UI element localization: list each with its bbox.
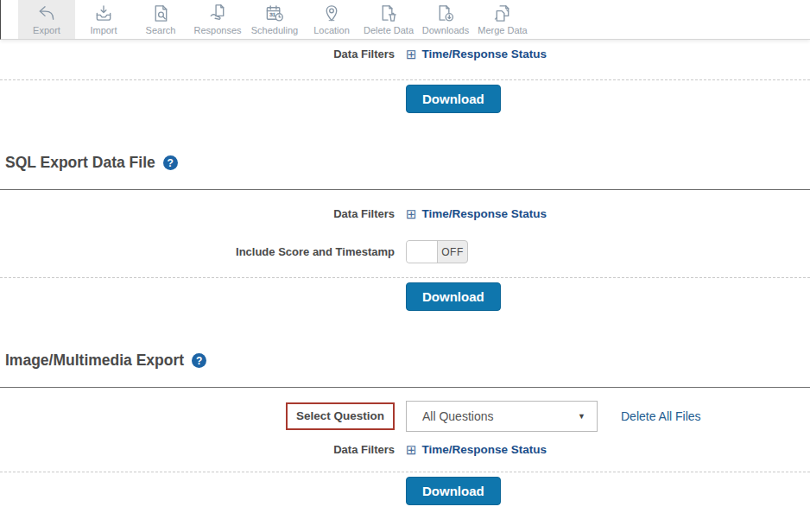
time-response-status-label: Time/Response Status (422, 48, 547, 60)
media-export-title: Image/Multimedia Export (5, 352, 184, 370)
export-icon (36, 3, 57, 23)
sql-export-heading: SQL Export Data File ? (5, 154, 810, 172)
time-response-status-link[interactable]: ⊞ Time/Response Status (406, 207, 547, 220)
toolbar-item-search[interactable]: Search (132, 0, 189, 39)
time-response-status-link[interactable]: ⊞ Time/Response Status (406, 48, 547, 60)
toolbar-item-location[interactable]: Location (303, 0, 360, 39)
select-question-label-highlighted: Select Question (286, 402, 395, 430)
toolbar-item-label: Location (313, 25, 350, 35)
toolbar-item-label: Scheduling (251, 25, 298, 35)
section-top-export: Data Filters ⊞ Time/Response Status Down… (0, 48, 810, 133)
media-export-body: Select Question All Questions ▼ Delete A… (0, 387, 810, 525)
toggle-state-label: OFF (438, 241, 467, 263)
toolbar-item-label: Import (90, 25, 117, 35)
download-button[interactable]: Download (406, 282, 501, 311)
help-icon[interactable]: ? (163, 155, 178, 170)
sql-export-title: SQL Export Data File (5, 154, 155, 172)
expand-icon: ⊞ (406, 207, 417, 220)
question-select-dropdown[interactable]: All Questions ▼ (406, 401, 598, 432)
toolbar-item-label: Delete Data (364, 25, 414, 35)
toolbar-item-export[interactable]: Export (18, 0, 75, 39)
toolbar-item-responses[interactable]: Responses (189, 0, 246, 39)
question-select-value: All Questions (422, 409, 493, 423)
top-toolbar: Export Import Search Responses 31 (0, 0, 810, 40)
sql-export-body: Data Filters ⊞ Time/Response Status Incl… (0, 189, 810, 331)
help-icon[interactable]: ? (192, 353, 206, 368)
toolbar-item-label: Downloads (422, 25, 469, 35)
data-filters-label: Data Filters (0, 207, 395, 220)
time-response-status-label: Time/Response Status (422, 443, 547, 456)
scheduling-icon: 31 (264, 3, 285, 23)
merge-data-icon (492, 3, 513, 23)
download-button[interactable]: Download (406, 85, 501, 113)
toolbar-item-label: Export (33, 25, 60, 35)
chevron-down-icon: ▼ (578, 412, 585, 421)
location-icon (321, 3, 342, 23)
section-sql-export: SQL Export Data File ? Data Filters ⊞ Ti… (0, 154, 810, 331)
search-icon (150, 3, 171, 23)
data-filters-label: Data Filters (0, 443, 395, 456)
downloads-icon (435, 3, 456, 23)
toolbar-item-import[interactable]: Import (75, 0, 132, 39)
time-response-status-label: Time/Response Status (422, 207, 547, 220)
expand-icon: ⊞ (406, 48, 417, 60)
time-response-status-link[interactable]: ⊞ Time/Response Status (406, 443, 547, 456)
section-media-export: Image/Multimedia Export ? Select Questio… (0, 352, 810, 525)
import-icon (93, 3, 114, 23)
toggle-knob (407, 241, 438, 263)
toolbar-item-downloads[interactable]: Downloads (417, 0, 474, 39)
delete-all-files-link[interactable]: Delete All Files (621, 409, 701, 423)
download-button[interactable]: Download (406, 477, 501, 505)
toolbar-item-label: Responses (193, 25, 241, 35)
include-score-toggle[interactable]: OFF (406, 240, 468, 263)
toolbar-item-label: Search (146, 25, 176, 35)
toolbar-item-merge-data[interactable]: Merge Data (474, 0, 531, 39)
toolbar-item-delete-data[interactable]: Delete Data (360, 0, 417, 39)
svg-text:31: 31 (269, 11, 275, 17)
data-filters-label: Data Filters (0, 48, 395, 60)
toolbar-item-scheduling[interactable]: 31 Scheduling (246, 0, 303, 39)
expand-icon: ⊞ (406, 443, 417, 456)
responses-icon (207, 3, 228, 23)
toolbar-item-label: Merge Data (478, 25, 527, 35)
media-export-heading: Image/Multimedia Export ? (5, 352, 810, 370)
include-score-label: Include Score and Timestamp (0, 245, 395, 258)
delete-data-icon (378, 3, 399, 23)
